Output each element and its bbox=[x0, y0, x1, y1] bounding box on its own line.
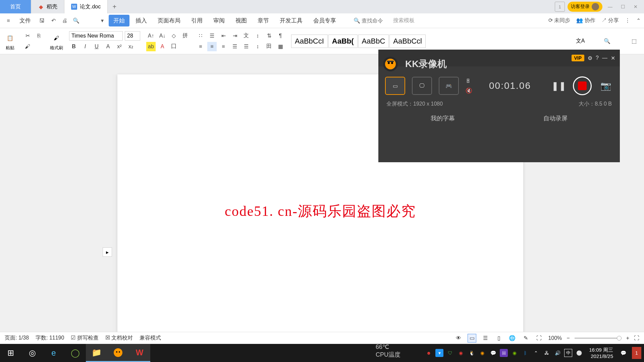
recorder-mode-game[interactable]: 🎮 bbox=[439, 77, 459, 95]
notification-badge[interactable]: 1 bbox=[632, 347, 641, 359]
align-center-icon[interactable]: ≡ bbox=[207, 42, 217, 51]
bullet-list-icon[interactable]: ∷ bbox=[196, 31, 205, 41]
tray-icon-2[interactable]: ▾ bbox=[435, 349, 443, 357]
tray-icon-5[interactable]: 🐧 bbox=[468, 349, 476, 357]
recorder-settings-icon[interactable]: ⚙ bbox=[588, 55, 592, 61]
tray-icon-8[interactable]: 回 bbox=[500, 349, 508, 357]
copy-icon[interactable]: ⎘ bbox=[34, 31, 44, 41]
align-right-icon[interactable]: ≡ bbox=[219, 42, 228, 51]
tray-ime[interactable]: 中 bbox=[564, 349, 572, 357]
tray-search-icon[interactable]: ⚪ bbox=[575, 349, 583, 357]
format-painter-big-icon[interactable]: 🖌 bbox=[50, 32, 63, 45]
zoom-out-button[interactable]: − bbox=[567, 335, 570, 341]
tray-icon-7[interactable]: 💬 bbox=[489, 349, 497, 357]
taskbar-recorder[interactable] bbox=[107, 344, 129, 362]
indent-decrease-icon[interactable]: ⇤ bbox=[219, 31, 228, 41]
recorder-stop-button[interactable] bbox=[573, 76, 592, 95]
menu-hamburger-icon[interactable]: ≡ bbox=[3, 16, 13, 26]
search-command-input[interactable] bbox=[362, 18, 392, 24]
format-painter-icon[interactable]: 🖌 bbox=[23, 42, 32, 51]
line-spacing-icon[interactable]: ↕ bbox=[253, 31, 262, 41]
fit-width-icon[interactable]: ⛶ bbox=[535, 334, 543, 343]
menu-member[interactable]: 会员专享 bbox=[309, 15, 341, 26]
paste-icon[interactable]: 📋 bbox=[3, 32, 17, 45]
view-outline-icon[interactable]: ☰ bbox=[481, 334, 490, 343]
font-color2-button[interactable]: A bbox=[158, 42, 167, 51]
marker-icon[interactable]: ✎ bbox=[521, 334, 530, 343]
tray-icon-4[interactable]: ◉ bbox=[457, 349, 465, 357]
number-list-icon[interactable]: ☰ bbox=[207, 31, 217, 41]
action-center-icon[interactable]: 💬 bbox=[619, 349, 627, 357]
recorder-screenshot-button[interactable]: 📷 bbox=[598, 78, 613, 93]
taskbar-app1[interactable]: ◎ bbox=[21, 344, 43, 362]
menu-chapter[interactable]: 章节 bbox=[253, 15, 274, 26]
taskbar-ie[interactable]: e bbox=[43, 344, 64, 362]
share-button[interactable]: ↗ 分享 bbox=[601, 17, 619, 24]
screen-recorder-window[interactable]: KK录像机 VIP ⚙ ? — ✕ ▭ 🖵 🎮 🎚 🔇 00:01.06 ❚❚ … bbox=[378, 50, 620, 162]
paragraph-spacing-icon[interactable]: ↕ bbox=[253, 42, 262, 51]
style-heading3[interactable]: AaBbCcl bbox=[389, 35, 426, 48]
tray-icon-6[interactable]: ◉ bbox=[478, 349, 486, 357]
align-justify-icon[interactable]: ☰ bbox=[230, 42, 239, 51]
style-normal[interactable]: AaBbCcI bbox=[291, 35, 328, 48]
eye-care-icon[interactable]: 👁 bbox=[454, 334, 463, 343]
taskbar-wps[interactable]: W bbox=[129, 344, 150, 362]
recorder-close-icon[interactable]: ✕ bbox=[611, 55, 615, 61]
menu-references[interactable]: 引用 bbox=[186, 15, 207, 26]
sort-icon[interactable]: ⇅ bbox=[264, 31, 274, 41]
superscript-button[interactable]: x² bbox=[115, 42, 124, 51]
menu-file[interactable]: 文件 bbox=[15, 15, 36, 26]
undo-icon[interactable]: ↶ bbox=[48, 16, 58, 26]
phonetic-icon[interactable]: 拼 bbox=[180, 31, 190, 41]
compat-mode[interactable]: 兼容模式 bbox=[140, 335, 161, 342]
char-border-icon[interactable]: 囗 bbox=[169, 42, 178, 51]
clear-format-icon[interactable]: ◇ bbox=[169, 31, 178, 41]
tray-network-icon[interactable]: 🖧 bbox=[543, 349, 551, 357]
underline-button[interactable]: U bbox=[92, 42, 101, 51]
recorder-minimize-icon[interactable]: — bbox=[602, 55, 607, 61]
sync-status[interactable]: ⟳ 未同步 bbox=[548, 17, 570, 24]
recorder-subtitle-button[interactable]: 我的字幕 bbox=[431, 114, 455, 122]
zoom-in-button[interactable]: + bbox=[626, 335, 629, 341]
shrink-font-icon[interactable]: A↓ bbox=[158, 31, 167, 41]
menu-view[interactable]: 视图 bbox=[231, 15, 252, 26]
view-web-icon[interactable]: 🌐 bbox=[508, 334, 517, 343]
nav-pane-button[interactable]: ▸ bbox=[103, 247, 112, 257]
show-marks-icon[interactable]: ¶ bbox=[276, 31, 285, 41]
font-color-button[interactable]: A bbox=[103, 42, 113, 51]
cut-icon[interactable]: ✂ bbox=[23, 31, 32, 41]
align-left-icon[interactable]: ≡ bbox=[196, 42, 205, 51]
print-preview-icon[interactable]: 🔍 bbox=[71, 16, 81, 26]
select-icon[interactable]: ⬚ bbox=[627, 35, 641, 48]
text-direction-icon[interactable]: 文 bbox=[241, 31, 251, 41]
close-button[interactable]: ✕ bbox=[631, 2, 641, 12]
tab-add-button[interactable]: + bbox=[108, 3, 121, 11]
grow-font-icon[interactable]: A↑ bbox=[146, 31, 156, 41]
tray-icon-nvidia[interactable]: ◉ bbox=[511, 349, 519, 357]
maximize-button[interactable]: ☐ bbox=[618, 2, 628, 12]
menu-page-layout[interactable]: 页面布局 bbox=[153, 15, 185, 26]
more-icon[interactable]: ⋮ bbox=[625, 17, 630, 24]
recorder-mode-fullscreen[interactable]: 🖵 bbox=[412, 77, 432, 95]
guest-login-button[interactable]: 访客登录 bbox=[568, 2, 602, 12]
recorder-titlebar[interactable]: KK录像机 VIP ⚙ ? — ✕ bbox=[378, 50, 620, 66]
find-replace-icon[interactable]: 🔍 bbox=[600, 35, 614, 48]
tab-document[interactable]: W 论文.doc bbox=[64, 0, 108, 13]
taskbar-explorer[interactable]: 📁 bbox=[86, 344, 107, 362]
tray-icon-1[interactable]: ☻ bbox=[425, 349, 433, 357]
style-heading2[interactable]: AaBbC bbox=[358, 35, 389, 48]
bold-button[interactable]: B bbox=[69, 42, 78, 51]
recorder-hotkey-button[interactable]: 自动录屏 bbox=[543, 114, 568, 122]
subscript-button[interactable]: x₂ bbox=[126, 42, 136, 51]
dropdown-icon[interactable]: ▾ bbox=[97, 16, 107, 26]
tray-icon-3[interactable]: 🛡 bbox=[446, 349, 454, 357]
taskbar-browser[interactable]: ◯ bbox=[64, 344, 86, 362]
text-tools-icon[interactable]: 文A bbox=[574, 35, 587, 48]
search-template[interactable]: 搜索模板 bbox=[393, 17, 415, 24]
menu-insert[interactable]: 插入 bbox=[131, 15, 152, 26]
recorder-mic-icon[interactable]: 🔇 bbox=[466, 87, 472, 94]
fullscreen-button[interactable]: ⛶ bbox=[634, 335, 639, 341]
proofread-button[interactable]: ☒ 文档校对 bbox=[105, 335, 133, 342]
collab-button[interactable]: 👥 协作 bbox=[576, 17, 595, 24]
font-size-input[interactable] bbox=[125, 31, 140, 41]
